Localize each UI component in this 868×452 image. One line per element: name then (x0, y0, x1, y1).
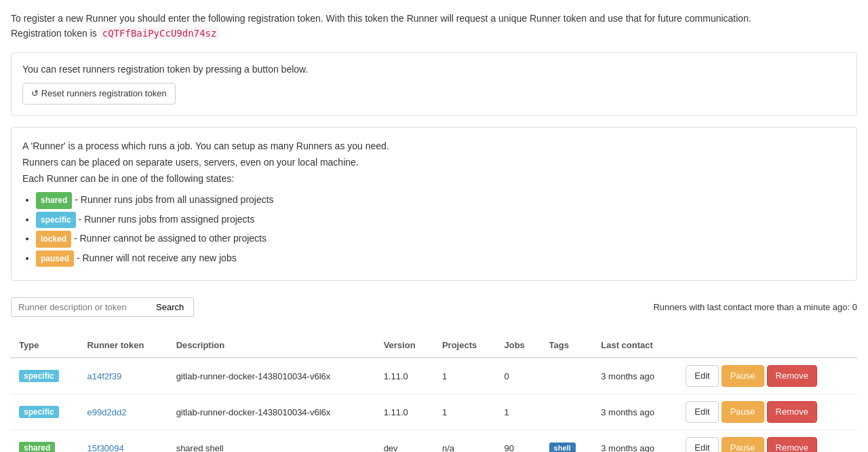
table-body: specifica14f2f39gitlab-runner-docker-143… (11, 358, 857, 452)
remove-button[interactable]: Remove (767, 365, 817, 387)
actions-group: EditPauseRemove (686, 401, 849, 423)
reset-description: You can reset runners registration token… (22, 64, 846, 75)
col-runner-token: Runner token (79, 333, 168, 358)
reset-icon: ↺ (31, 88, 41, 98)
registration-token-value: cQTFfBaiPyCcU9dn74sz (100, 27, 220, 39)
col-type: Type (11, 333, 79, 358)
cell-description: shared shell (168, 430, 376, 452)
state-paused: paused - Runner will not receive any new… (36, 250, 846, 267)
cell-last-contact: 3 months ago (593, 394, 677, 430)
cell-tags: shell (541, 430, 593, 452)
locked-desc: - Runner cannot be assigned to other pro… (74, 233, 267, 244)
reset-token-button[interactable]: ↺ Reset runners registration token (22, 83, 176, 105)
table-header: Type Runner token Description Version Pr… (11, 333, 857, 358)
cell-jobs: 0 (496, 358, 541, 394)
cell-type: shared (11, 430, 79, 452)
type-badge: specific (19, 406, 59, 418)
search-bar: Search Runners with last contact more th… (11, 292, 857, 322)
registration-token-label: Registration token is (11, 28, 97, 39)
pause-button[interactable]: Pause (722, 365, 764, 387)
col-projects: Projects (434, 333, 496, 358)
runners-contact-info: Runners with last contact more than a mi… (653, 302, 857, 312)
info-line1: A 'Runner' is a process which runs a job… (22, 138, 846, 155)
actions-group: EditPauseRemove (686, 365, 849, 387)
cell-version: dev (376, 430, 434, 452)
locked-badge: locked (36, 231, 71, 247)
registration-info: To register a new Runner you should ente… (11, 11, 857, 41)
info-states-intro: Each Runner can be in one of the followi… (22, 171, 846, 187)
cell-version: 1.11.0 (376, 394, 434, 430)
cell-actions: EditPauseRemove (677, 394, 857, 430)
runners-table: Type Runner token Description Version Pr… (11, 333, 857, 452)
col-actions (677, 333, 857, 358)
cell-type: specific (11, 358, 79, 394)
shared-desc: - Runner runs jobs from all unassigned p… (75, 194, 273, 205)
remove-button[interactable]: Remove (767, 437, 817, 452)
cell-projects: 1 (434, 394, 496, 430)
runner-token-link[interactable]: a14f2f39 (87, 371, 122, 381)
reset-section: You can reset runners registration token… (11, 52, 857, 116)
specific-badge: specific (36, 212, 76, 228)
shared-badge: shared (36, 192, 72, 208)
col-last-contact: Last contact (593, 333, 677, 358)
cell-last-contact: 3 months ago (593, 430, 677, 452)
tag-badge: shell (549, 442, 576, 452)
col-description: Description (168, 333, 376, 358)
col-tags: Tags (541, 333, 593, 358)
runner-token-link[interactable]: 15f30094 (87, 443, 124, 452)
search-form: Search (11, 297, 194, 317)
cell-jobs: 90 (496, 430, 541, 452)
cell-description: gitlab-runner-docker-1438010034-v6l6x (168, 394, 376, 430)
search-input[interactable] (11, 297, 146, 317)
cell-tags (541, 358, 593, 394)
cell-tags (541, 394, 593, 430)
state-specific: specific - Runner runs jobs from assigne… (36, 212, 846, 228)
type-badge: specific (19, 370, 59, 382)
cell-jobs: 1 (496, 394, 541, 430)
pause-button[interactable]: Pause (722, 401, 764, 423)
cell-actions: EditPauseRemove (677, 430, 857, 452)
specific-desc: - Runner runs jobs from assigned project… (79, 214, 255, 225)
remove-button[interactable]: Remove (767, 401, 817, 423)
cell-token: e99d2dd2 (79, 394, 168, 430)
paused-badge: paused (36, 250, 74, 267)
search-button[interactable]: Search (146, 297, 194, 317)
type-badge: shared (19, 442, 55, 452)
table-row: specifica14f2f39gitlab-runner-docker-143… (11, 358, 857, 394)
col-jobs: Jobs (496, 333, 541, 358)
cell-token: 15f30094 (79, 430, 168, 452)
registration-intro-text: To register a new Runner you should ente… (11, 13, 751, 24)
cell-projects: 1 (434, 358, 496, 394)
pause-button[interactable]: Pause (722, 437, 764, 452)
states-list: shared - Runner runs jobs from all unass… (36, 192, 846, 267)
cell-description: gitlab-runner-docker-1438010034-v6l6x (168, 358, 376, 394)
table-row: specifice99d2dd2gitlab-runner-docker-143… (11, 394, 857, 430)
cell-actions: EditPauseRemove (677, 358, 857, 394)
actions-group: EditPauseRemove (686, 437, 849, 452)
edit-button[interactable]: Edit (686, 437, 718, 452)
cell-projects: n/a (434, 430, 496, 452)
col-version: Version (376, 333, 434, 358)
runner-token-link[interactable]: e99d2dd2 (87, 407, 127, 417)
cell-version: 1.11.0 (376, 358, 434, 394)
info-section: A 'Runner' is a process which runs a job… (11, 127, 857, 281)
cell-token: a14f2f39 (79, 358, 168, 394)
paused-desc: - Runner will not receive any new jobs (77, 252, 237, 263)
cell-last-contact: 3 months ago (593, 358, 677, 394)
info-line2: Runners can be placed on separate users,… (22, 155, 846, 171)
edit-button[interactable]: Edit (686, 365, 718, 387)
table-row: shared15f30094shared shelldevn/a90shell3… (11, 430, 857, 452)
edit-button[interactable]: Edit (686, 401, 718, 423)
cell-type: specific (11, 394, 79, 430)
state-locked: locked - Runner cannot be assigned to ot… (36, 231, 846, 247)
state-shared: shared - Runner runs jobs from all unass… (36, 192, 846, 208)
